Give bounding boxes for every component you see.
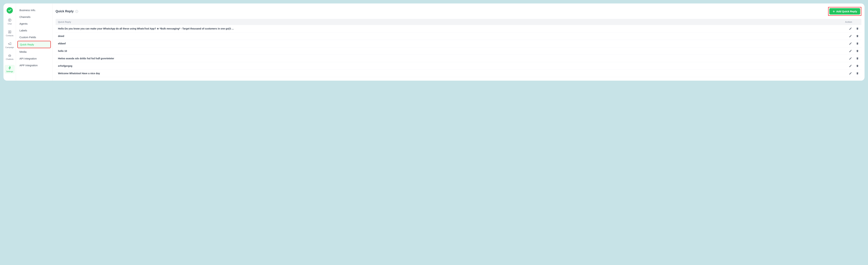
row-text: efdwef: [58, 42, 838, 45]
megaphone-icon: [8, 42, 12, 45]
trash-icon: [856, 27, 859, 30]
trash-icon: [856, 49, 859, 53]
table-body: Hello Do you know you can make your What…: [56, 25, 861, 77]
table-row: erfrefgergeg: [56, 62, 861, 70]
nav-business-info[interactable]: Business Info.: [18, 7, 51, 13]
chat-icon: [8, 18, 12, 22]
nav-channels[interactable]: Channels: [18, 14, 51, 20]
table-row: Welcome Whatstool Have a nice day: [56, 70, 861, 77]
row-actions: [838, 49, 859, 53]
edit-button[interactable]: [849, 34, 852, 38]
edit-button[interactable]: [849, 49, 852, 53]
pencil-icon: [849, 42, 852, 45]
row-text: erfrefgergeg: [58, 65, 838, 67]
plus-icon: [832, 10, 835, 13]
header-quick-reply: Quick Reply: [58, 21, 838, 23]
row-text: dewd: [58, 35, 838, 37]
nav-custom-fields[interactable]: Custom Fields: [18, 34, 51, 40]
svg-point-4: [9, 56, 9, 56]
page-title: Quick Reply i: [56, 9, 78, 13]
table-row: dewd: [56, 32, 861, 40]
row-text: hello 10: [58, 49, 838, 53]
svg-rect-3: [8, 55, 11, 56]
gear-icon: [8, 66, 12, 70]
pencil-icon: [849, 57, 852, 60]
nav-quick-reply[interactable]: Quick Reply: [18, 41, 51, 48]
svg-point-2: [9, 31, 10, 32]
edit-button[interactable]: [849, 27, 852, 30]
nav-agents[interactable]: Agents: [18, 21, 51, 27]
table-row: efdwef: [56, 40, 861, 47]
delete-button[interactable]: [856, 64, 859, 67]
delete-button[interactable]: [856, 49, 859, 53]
app-logo[interactable]: [7, 7, 13, 13]
app-container: Chat Contacts Campaign Chatbots Settings…: [3, 3, 865, 80]
delete-button[interactable]: [856, 72, 859, 75]
delete-button[interactable]: [856, 34, 859, 38]
robot-icon: [8, 54, 12, 57]
edit-button[interactable]: [849, 57, 852, 60]
contacts-icon: [8, 30, 12, 34]
edit-button[interactable]: [849, 42, 852, 45]
trash-icon: [856, 57, 859, 60]
svg-point-6: [9, 67, 10, 68]
row-actions: [838, 64, 859, 67]
trash-icon: [856, 42, 859, 45]
row-actions: [838, 27, 859, 30]
table-row: hello 10: [56, 47, 861, 55]
sidebar-icon-campaign[interactable]: Campaign: [3, 41, 16, 49]
row-actions: [838, 57, 859, 60]
sidebar-icon-chat[interactable]: Chat: [3, 18, 16, 25]
pencil-icon: [849, 34, 852, 38]
sidebar-icon-contacts[interactable]: Contacts: [3, 30, 16, 37]
sidebar-icon-settings[interactable]: Settings: [4, 65, 15, 73]
add-button-highlight: Add Quick Reply: [828, 7, 861, 16]
pencil-icon: [849, 72, 852, 75]
row-actions: [838, 42, 859, 45]
trash-icon: [856, 72, 859, 75]
delete-button[interactable]: [856, 27, 859, 30]
sidebar-icon-label: Chatbots: [6, 58, 13, 60]
row-actions: [838, 72, 859, 75]
row-actions: [838, 34, 859, 38]
sidebar-icon-chatbots[interactable]: Chatbots: [3, 53, 16, 61]
row-text: Hello Do you know you can make your What…: [58, 27, 838, 30]
table-row: Hwloo asasda sds dsfds fsd fsd fsdf gsre…: [56, 55, 861, 62]
sidebar-icon-label: Chat: [8, 23, 12, 25]
sidebar-icon-label: Settings: [6, 70, 13, 72]
trash-icon: [856, 34, 859, 38]
row-text: Hwloo asasda sds dsfds fsd fsd fsdf gsre…: [58, 57, 838, 60]
nav-app-integration[interactable]: APP Integration: [18, 62, 51, 68]
info-icon[interactable]: i: [75, 10, 78, 13]
add-quick-reply-button[interactable]: Add Quick Reply: [829, 8, 860, 14]
header-action: Action: [838, 21, 859, 23]
pencil-icon: [849, 64, 852, 67]
edit-button[interactable]: [849, 64, 852, 67]
svg-point-5: [10, 56, 10, 56]
nav-labels[interactable]: Labels: [18, 27, 51, 34]
delete-button[interactable]: [856, 42, 859, 45]
pencil-icon: [849, 27, 852, 30]
nav-api-integration[interactable]: API Integration: [18, 55, 51, 62]
table-header: Quick Reply Action: [56, 19, 861, 25]
sidebar-icon-label: Contacts: [6, 34, 13, 37]
delete-button[interactable]: [856, 57, 859, 60]
edit-button[interactable]: [849, 72, 852, 75]
nav-media[interactable]: Media: [18, 48, 51, 55]
trash-icon: [856, 64, 859, 67]
checkmark-icon: [8, 8, 12, 12]
icon-sidebar: Chat Contacts Campaign Chatbots Settings: [3, 3, 16, 80]
main-content: Quick Reply i Add Quick Reply Quick Repl…: [53, 3, 865, 80]
content-header: Quick Reply i Add Quick Reply: [56, 7, 861, 16]
table-row: Hello Do you know you can make your What…: [56, 25, 861, 32]
row-text: Welcome Whatstool Have a nice day: [58, 72, 838, 75]
settings-nav: Business Info. Channels Agents Labels Cu…: [16, 3, 53, 80]
sidebar-icon-label: Campaign: [5, 46, 14, 48]
pencil-icon: [849, 49, 852, 53]
